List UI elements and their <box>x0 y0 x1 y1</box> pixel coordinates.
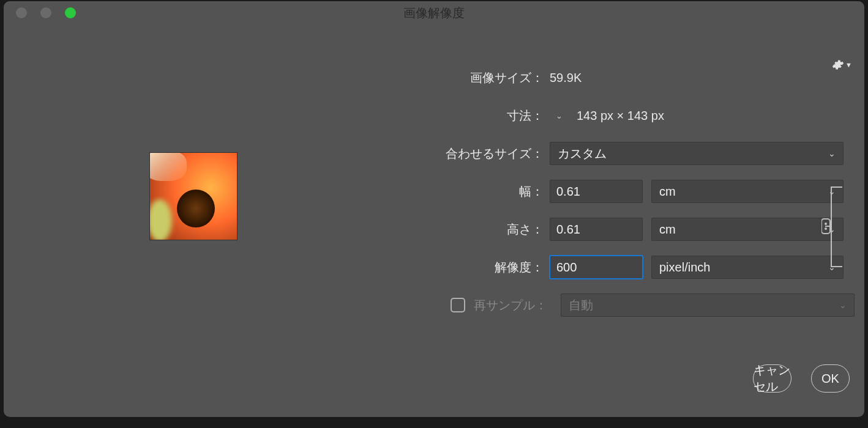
width-label: 幅： <box>383 183 550 200</box>
height-row: 高さ： cm ⌄ <box>383 210 864 248</box>
dimensions-label: 寸法： <box>383 108 550 124</box>
chevron-down-icon: ⌄ <box>556 111 563 120</box>
resolution-label: 解像度： <box>383 259 550 276</box>
resample-row: 再サンプル： 自動 ⌄ <box>383 286 864 324</box>
image-size-label: 画像サイズ： <box>383 70 550 86</box>
height-unit-select[interactable]: cm ⌄ <box>651 218 844 241</box>
close-window-button[interactable] <box>16 7 27 18</box>
dimensions-unit-dropdown[interactable]: ⌄ <box>550 108 568 124</box>
fit-to-label: 合わせるサイズ： <box>383 146 550 162</box>
dialog-title: 画像解像度 <box>403 5 465 21</box>
image-size-row: 画像サイズ： 59.9K <box>383 59 864 97</box>
dimensions-value: 143 px × 143 px <box>577 109 664 123</box>
fit-to-value: カスタム <box>558 146 607 162</box>
image-size-value: 59.9K <box>550 71 582 85</box>
resample-method-select[interactable]: 自動 ⌄ <box>561 293 855 317</box>
resample-label: 再サンプル： <box>474 297 547 314</box>
height-label: 高さ： <box>383 221 550 238</box>
height-unit-value: cm <box>659 223 676 237</box>
width-unit-value: cm <box>659 185 676 199</box>
resolution-unit-value: pixel/inch <box>659 260 710 275</box>
height-input[interactable] <box>550 218 643 241</box>
dimensions-row: 寸法： ⌄ 143 px × 143 px <box>383 97 864 135</box>
settings-menu-button[interactable]: ▼ <box>832 59 852 71</box>
chevron-down-icon: ⌄ <box>839 300 847 310</box>
width-row: 幅： cm ⌄ <box>383 172 864 210</box>
resolution-input[interactable] <box>550 256 643 279</box>
preview-pane <box>4 24 383 417</box>
form-pane: ▼ 画像サイズ： 59.9K 寸法： ⌄ 143 px × 143 px 合わせ… <box>383 24 864 417</box>
fit-to-select[interactable]: カスタム ⌄ <box>550 142 844 165</box>
chevron-down-icon: ⌄ <box>828 262 836 272</box>
chevron-down-icon: ▼ <box>845 61 852 68</box>
ok-button[interactable]: OK <box>811 364 850 393</box>
width-unit-select[interactable]: cm ⌄ <box>651 180 844 203</box>
minimize-window-button[interactable] <box>40 7 51 18</box>
image-size-dialog: 画像解像度 ▼ 画像サイズ： 59.9K 寸法： ⌄ <box>4 1 864 417</box>
window-controls <box>4 7 76 18</box>
chevron-down-icon: ⌄ <box>828 224 836 234</box>
resample-checkbox[interactable] <box>451 298 465 312</box>
gear-icon <box>832 59 844 71</box>
resolution-row: 解像度： pixel/inch ⌄ <box>383 248 864 286</box>
fit-to-row: 合わせるサイズ： カスタム ⌄ <box>383 135 864 172</box>
chevron-down-icon: ⌄ <box>828 186 836 196</box>
resolution-unit-select[interactable]: pixel/inch ⌄ <box>651 256 844 279</box>
dialog-body: ▼ 画像サイズ： 59.9K 寸法： ⌄ 143 px × 143 px 合わせ… <box>4 24 864 417</box>
resample-value: 自動 <box>569 297 593 314</box>
maximize-window-button[interactable] <box>65 7 76 18</box>
image-preview[interactable] <box>149 152 238 240</box>
dialog-footer: キャンセル OK <box>753 364 850 393</box>
cancel-button[interactable]: キャンセル <box>753 364 791 393</box>
width-input[interactable] <box>550 180 643 203</box>
chevron-down-icon: ⌄ <box>828 149 836 158</box>
titlebar: 画像解像度 <box>4 1 864 24</box>
